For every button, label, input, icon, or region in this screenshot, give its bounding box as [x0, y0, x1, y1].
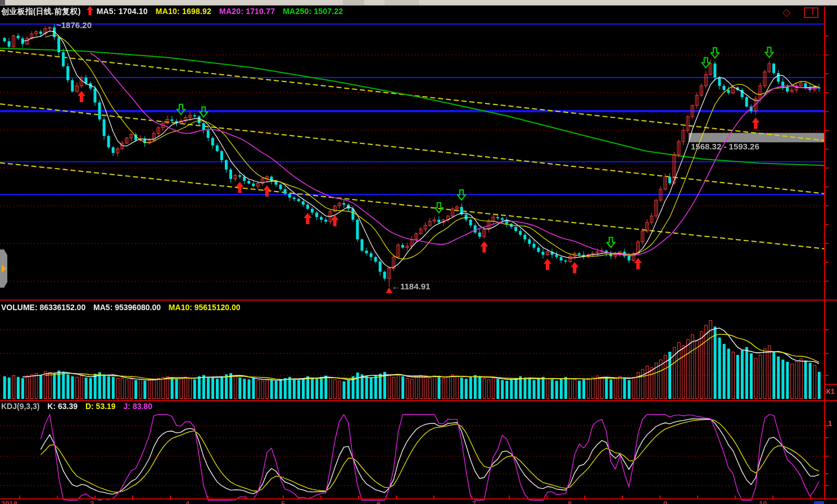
kdj-k-value: K: 63.39	[47, 402, 78, 411]
ma20-value: MA20: 1710.77	[219, 7, 275, 16]
volume-axis-scale-label: X1	[826, 387, 835, 396]
window-restore-icon[interactable]	[804, 7, 818, 18]
date-axis-label: 6	[377, 500, 381, 504]
date-axis-row: 2018345678910	[0, 500, 837, 504]
volume-value: VOLUME: 86336152.00	[1, 303, 85, 312]
date-axis-label: 5	[281, 500, 285, 504]
kdj-axis-tick-label: 1	[828, 419, 832, 428]
date-axis-label: 2018	[1, 500, 17, 504]
stock-chart-canvas[interactable]	[0, 0, 837, 504]
scrollbar-chip[interactable]	[814, 501, 824, 504]
titlebar-segment	[384, 0, 419, 5]
titlebar-segment	[343, 0, 364, 5]
volume-ma5-value: MA5: 95396080.00	[93, 303, 161, 312]
date-axis-label: 3	[90, 500, 94, 504]
sidebar-expander-tab[interactable]	[0, 249, 7, 288]
diamond-icon[interactable]: ◇	[782, 6, 791, 19]
symbol-title: 创业板指(日线.前复权)	[1, 7, 81, 16]
volume-ma10-value: MA10: 95615120.00	[169, 303, 241, 312]
price-pane-header: 创业板指(日线.前复权)MA5: 1704.10 MA10: 1698.92 M…	[1, 6, 349, 17]
expander-triangle-icon	[2, 265, 6, 273]
price-band-label: 1568.32 - 1593.26	[691, 142, 759, 151]
up-arrow-icon	[87, 6, 93, 15]
high-price-label: ~1876.20	[56, 20, 92, 30]
date-axis-label: 10	[759, 500, 767, 504]
ma10-value: MA10: 1698.92	[156, 7, 211, 16]
kdj-j-value: J: 83.80	[124, 402, 152, 411]
kdj-d-value: D: 53.19	[85, 402, 116, 411]
window-icon-split	[812, 8, 813, 15]
kdj-pane-header: KDJ(9,3,3) K: 63.39 D: 53.19 J: 83.80	[1, 402, 158, 411]
ma250-value: MA250: 1507.22	[283, 7, 343, 16]
low-price-label: ←1184.91	[392, 281, 430, 291]
date-axis-label: 4	[186, 500, 189, 504]
titlebar-segment	[0, 0, 5, 5]
window-titlebar-strip[interactable]	[0, 0, 837, 6]
stock-chart-app: 创业板指(日线.前复权)MA5: 1704.10 MA10: 1698.92 M…	[0, 0, 837, 504]
date-axis-label: 9	[663, 500, 667, 504]
ma5-value: MA5: 1704.10	[97, 7, 148, 16]
date-axis-label: 8	[568, 500, 572, 504]
kdj-label: KDJ(9,3,3)	[1, 402, 39, 411]
volume-pane-header: VOLUME: 86336152.00 MA5: 95396080.00 MA1…	[1, 303, 246, 312]
date-axis-label: 7	[472, 500, 476, 504]
